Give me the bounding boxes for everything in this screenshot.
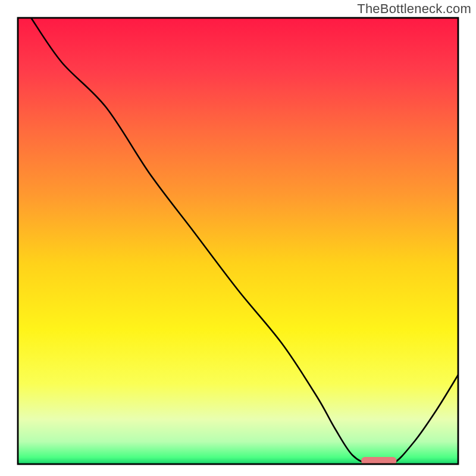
chart-svg: [0, 0, 476, 476]
bottleneck-chart: [0, 0, 476, 476]
